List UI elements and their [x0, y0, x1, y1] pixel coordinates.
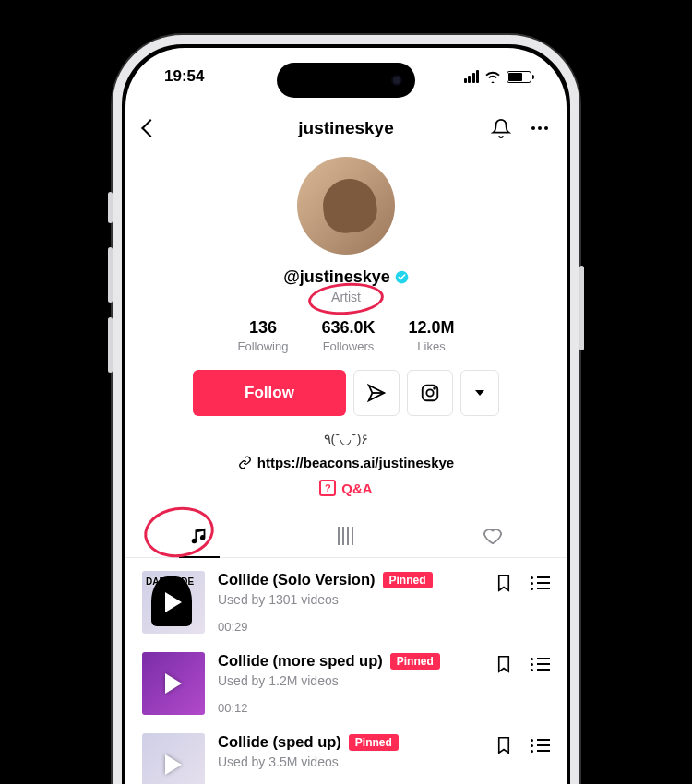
track-row[interactable]: DARKSIDE Collide (Solo Version) Pinned U…	[125, 558, 567, 639]
phone-power	[579, 266, 584, 350]
instagram-button[interactable]	[407, 370, 453, 416]
tab-feed[interactable]	[272, 515, 419, 557]
music-icon	[189, 526, 209, 546]
battery-icon	[507, 71, 531, 83]
phone-vol-down	[108, 317, 113, 373]
verified-icon	[395, 270, 409, 284]
track-usage: Used by 3.5M videos	[218, 754, 483, 769]
track-row[interactable]: Collide (sped up) Pinned Used by 3.5M vi…	[125, 720, 567, 784]
back-button[interactable]	[141, 119, 160, 137]
phone-mute-switch	[108, 192, 113, 223]
front-camera	[391, 75, 402, 86]
add-to-list-icon[interactable]	[531, 658, 550, 671]
chevron-down-icon	[475, 390, 484, 396]
followers-count: 636.0K	[321, 318, 375, 338]
track-usage: Used by 1.2M videos	[218, 673, 483, 688]
track-thumb	[142, 733, 205, 784]
status-time: 19:54	[164, 67, 204, 86]
notifications-icon[interactable]	[491, 118, 511, 138]
profile-header: @justineskye Artist 136 Following 636.0K…	[125, 151, 567, 496]
navbar: justineskye	[125, 105, 567, 151]
likes-count: 12.0M	[408, 318, 454, 338]
username: @justineskye	[283, 267, 390, 287]
following-stat[interactable]: 136 Following	[221, 318, 305, 353]
play-icon	[165, 673, 182, 694]
profile-link-text: https://beacons.ai/justineskye	[257, 455, 454, 470]
tab-music[interactable]	[125, 515, 272, 557]
track-duration: 00:12	[218, 701, 483, 715]
followers-label: Followers	[323, 339, 375, 353]
bio-text: ٩(˘◡˘)۶	[324, 431, 369, 447]
cellular-icon	[464, 70, 480, 83]
track-duration: 00:29	[218, 620, 483, 634]
followers-stat[interactable]: 636.0K Followers	[304, 318, 391, 353]
more-button[interactable]	[531, 126, 548, 130]
svg-point-3	[434, 387, 435, 389]
qa-icon: ?	[319, 480, 336, 496]
likes-label: Likes	[417, 339, 445, 353]
heart-icon	[483, 526, 503, 546]
bookmark-icon[interactable]	[495, 735, 512, 755]
account-role: Artist	[331, 290, 361, 304]
pinned-badge: Pinned	[383, 572, 433, 588]
following-label: Following	[238, 339, 289, 353]
following-count: 136	[249, 318, 277, 338]
app-content: justineskye @justineskye Artist	[125, 48, 567, 784]
page-title: justineskye	[298, 118, 394, 138]
qa-button[interactable]: ? Q&A	[319, 480, 372, 496]
track-title: Collide (more sped up)	[218, 652, 383, 670]
dynamic-island	[277, 63, 415, 98]
track-title: Collide (sped up)	[218, 733, 341, 751]
avatar[interactable]	[297, 157, 395, 255]
track-thumb: DARKSIDE	[142, 571, 205, 634]
message-button[interactable]	[353, 370, 400, 416]
follow-button[interactable]: Follow	[193, 370, 346, 416]
suggested-dropdown[interactable]	[460, 370, 499, 416]
svg-point-2	[426, 389, 433, 396]
track-thumb	[142, 652, 205, 715]
bookmark-icon[interactable]	[495, 573, 512, 593]
wifi-icon	[484, 70, 501, 83]
qa-label: Q&A	[341, 481, 372, 496]
pinned-badge: Pinned	[390, 653, 440, 670]
phone-frame: 19:54 justineskye	[113, 35, 579, 784]
likes-stat[interactable]: 12.0M Likes	[391, 318, 471, 353]
profile-link[interactable]: https://beacons.ai/justineskye	[238, 455, 454, 470]
track-row[interactable]: Collide (more sped up) Pinned Used by 1.…	[125, 639, 567, 720]
add-to-list-icon[interactable]	[531, 576, 550, 590]
tab-liked[interactable]	[420, 515, 567, 557]
link-icon	[238, 456, 252, 469]
feed-icon	[338, 527, 353, 545]
bookmark-icon[interactable]	[495, 654, 512, 674]
screen: 19:54 justineskye	[125, 48, 567, 784]
play-icon	[165, 754, 182, 775]
track-list: DARKSIDE Collide (Solo Version) Pinned U…	[125, 558, 567, 784]
pinned-badge: Pinned	[349, 734, 399, 751]
track-usage: Used by 1301 videos	[218, 592, 483, 607]
track-title: Collide (Solo Version)	[218, 571, 376, 588]
add-to-list-icon[interactable]	[531, 739, 550, 753]
stats-row: 136 Following 636.0K Followers 12.0M Lik…	[221, 318, 471, 353]
phone-vol-up	[108, 247, 113, 303]
content-tabs	[125, 515, 567, 558]
play-icon	[165, 592, 182, 612]
